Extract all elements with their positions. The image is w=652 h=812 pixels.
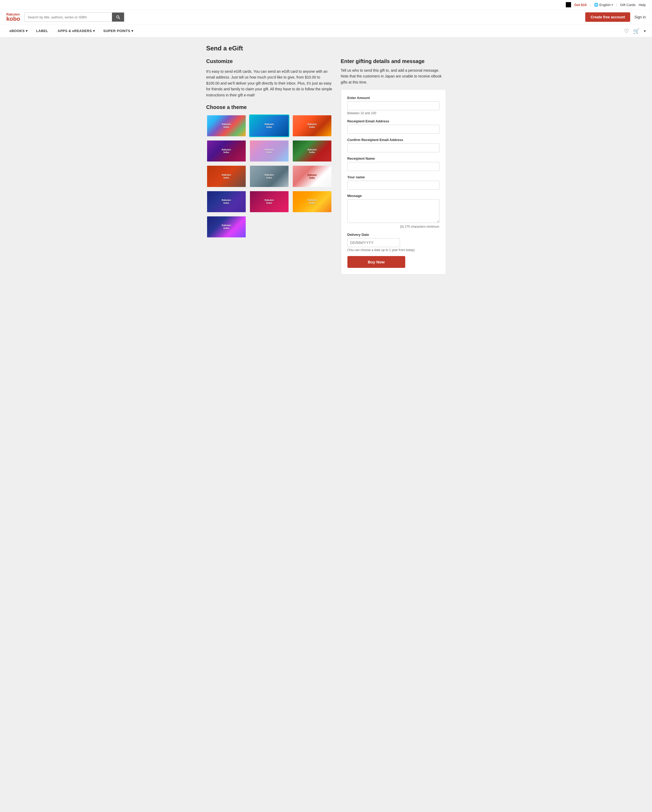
- theme-card-12-logo: Rakutenkobo: [308, 199, 317, 205]
- search-bar: [24, 12, 124, 22]
- cart-icon[interactable]: 🛒: [633, 28, 640, 34]
- theme-card-11-logo: Rakutenkobo: [265, 199, 274, 205]
- recipient-email-group: Receipient Email Address: [347, 119, 439, 134]
- black-square-icon: [566, 2, 571, 8]
- search-input[interactable]: [25, 12, 112, 21]
- wishlist-icon[interactable]: ♡: [624, 28, 629, 34]
- confirm-email-label: Confirm Receipient Email Address: [347, 138, 439, 142]
- customize-title: Customize: [206, 58, 332, 64]
- get10-link[interactable]: Get $10: [574, 3, 586, 7]
- theme-card-9[interactable]: Rakutenkobo: [292, 165, 332, 188]
- amount-label: Enter Amount: [347, 96, 439, 100]
- confirm-email-input[interactable]: [347, 143, 439, 152]
- theme-card-7-logo: Rakutenkobo: [222, 174, 231, 179]
- theme-card-4[interactable]: Rakutenkobo: [206, 140, 246, 162]
- amount-hint: Between 10 and 100: [347, 111, 439, 115]
- theme-title: Choose a theme: [206, 104, 332, 110]
- nav-apps-label: APPS & eREADERS: [58, 29, 92, 33]
- theme-card-13-logo: Rakutenkobo: [222, 224, 231, 230]
- sign-in-link[interactable]: Sign in: [634, 15, 646, 19]
- recipient-name-group: Receipient Name: [347, 157, 439, 171]
- form-title: Enter gifting details and message: [341, 58, 446, 64]
- theme-card-2[interactable]: Rakutenkobo: [249, 114, 289, 137]
- amount-group: Enter Amount Between 10 and 100: [347, 96, 439, 115]
- theme-card-8-logo: Rakutenkobo: [265, 174, 274, 179]
- theme-card-6[interactable]: Rakutenkobo: [292, 140, 332, 162]
- nav-apps-ereaders[interactable]: APPS & eREADERS ▾: [54, 25, 98, 37]
- theme-card-3[interactable]: Rakutenkobo: [292, 114, 332, 137]
- theme-card-6-logo: Rakutenkobo: [308, 148, 317, 154]
- divider-1: |: [590, 3, 591, 7]
- logo-kobo-text: kobo: [6, 16, 20, 22]
- navigation: eBOOKS ▾ LABEL APPS & eREADERS ▾ SUPER P…: [0, 25, 652, 37]
- theme-card-10-logo: Rakutenkobo: [222, 199, 231, 205]
- delivery-date-label: Delivery Date: [347, 233, 439, 237]
- nav-label-text: LABEL: [36, 29, 48, 33]
- nav-super-points[interactable]: SUPER POINTS ▾: [100, 25, 136, 37]
- buy-now-button[interactable]: Buy Now: [347, 256, 405, 268]
- recipient-name-label: Receipient Name: [347, 157, 439, 160]
- top-bar: Get $10 | 🌐 English ▾ | Gift Cards Help: [0, 0, 652, 10]
- recipient-name-input[interactable]: [347, 162, 439, 171]
- theme-card-12[interactable]: Rakutenkobo: [292, 191, 332, 213]
- amount-input[interactable]: [347, 101, 439, 110]
- page-title: Send a eGift: [206, 45, 446, 52]
- theme-card-1-logo: Rakutenkobo: [222, 123, 231, 129]
- theme-card-1[interactable]: Rakutenkobo: [206, 114, 246, 137]
- nav-ebooks-chevron: ▾: [26, 29, 28, 33]
- message-group: Message (0) 270 characters minimum: [347, 194, 439, 229]
- nav-label[interactable]: LABEL: [33, 25, 51, 37]
- your-name-group: Your name: [347, 175, 439, 189]
- globe-icon: 🌐: [594, 3, 598, 7]
- theme-card-10[interactable]: Rakutenkobo: [206, 191, 246, 213]
- theme-card-5[interactable]: Rakutenkobo: [249, 140, 289, 162]
- gift-cards-link[interactable]: Gift Cards: [620, 3, 636, 7]
- help-link[interactable]: Help: [638, 3, 646, 7]
- recipient-email-input[interactable]: [347, 125, 439, 134]
- main-content: Send a eGift Customize It's easy to send…: [200, 37, 452, 282]
- delivery-date-group: Delivery Date (You can choose a date up …: [347, 233, 439, 252]
- nav-ebooks-label: eBOOKS: [9, 29, 25, 33]
- content-layout: Customize It's easy to send eGift cards.…: [206, 58, 446, 275]
- theme-card-11[interactable]: Rakutenkobo: [249, 191, 289, 213]
- gift-form: Enter Amount Between 10 and 100 Receipie…: [341, 89, 446, 275]
- recipient-email-label: Receipient Email Address: [347, 119, 439, 123]
- theme-card-9-logo: Rakutenkobo: [308, 174, 317, 179]
- language-label: English: [600, 3, 611, 7]
- nav-right: ♡ 🛒 ▾: [624, 28, 646, 34]
- theme-card-4-logo: Rakutenkobo: [222, 148, 231, 154]
- message-textarea[interactable]: [347, 199, 439, 223]
- theme-grid: Rakutenkobo Rakutenkobo Rakutenkobo: [206, 114, 332, 238]
- chevron-down-icon: ▾: [612, 3, 613, 6]
- header-right: Create free account Sign in: [585, 12, 646, 22]
- theme-card-7[interactable]: Rakutenkobo: [206, 165, 246, 188]
- theme-card-5-logo: Rakutenkobo: [265, 148, 274, 154]
- your-name-input[interactable]: [347, 181, 439, 189]
- right-panel: Enter gifting details and message Tell u…: [341, 58, 446, 275]
- message-hint: (0) 270 characters minimum: [347, 225, 439, 229]
- logo[interactable]: Rakuten kobo: [6, 12, 20, 22]
- your-name-label: Your name: [347, 175, 439, 179]
- confirm-email-group: Confirm Receipient Email Address: [347, 138, 439, 152]
- nav-ebooks[interactable]: eBOOKS ▾: [6, 25, 31, 37]
- nav-super-points-chevron: ▾: [132, 29, 133, 33]
- divider-2: |: [616, 3, 617, 7]
- left-panel: Customize It's easy to send eGift cards.…: [206, 58, 332, 238]
- delivery-date-hint: (You can choose a date up to 1 year from…: [347, 248, 439, 252]
- language-selector[interactable]: 🌐 English ▾: [594, 3, 613, 7]
- theme-card-8[interactable]: Rakutenkobo: [249, 165, 289, 188]
- message-label: Message: [347, 194, 439, 198]
- search-button[interactable]: [112, 12, 124, 21]
- cart-chevron[interactable]: ▾: [644, 29, 646, 33]
- nav-super-points-label: SUPER POINTS: [103, 29, 130, 33]
- theme-card-2-logo: Rakutenkobo: [265, 123, 274, 129]
- header: Rakuten kobo Create free account Sign in: [0, 10, 652, 25]
- form-intro: Tell us who to send this gift to, and ad…: [341, 67, 446, 85]
- nav-apps-chevron: ▾: [93, 29, 95, 33]
- search-icon: [116, 15, 120, 20]
- customize-description: It's easy to send eGift cards. You can s…: [206, 69, 332, 98]
- theme-card-3-logo: Rakutenkobo: [308, 123, 317, 129]
- theme-card-13[interactable]: Rakutenkobo: [206, 215, 246, 238]
- create-account-button[interactable]: Create free account: [585, 12, 630, 22]
- delivery-date-input[interactable]: [347, 238, 400, 247]
